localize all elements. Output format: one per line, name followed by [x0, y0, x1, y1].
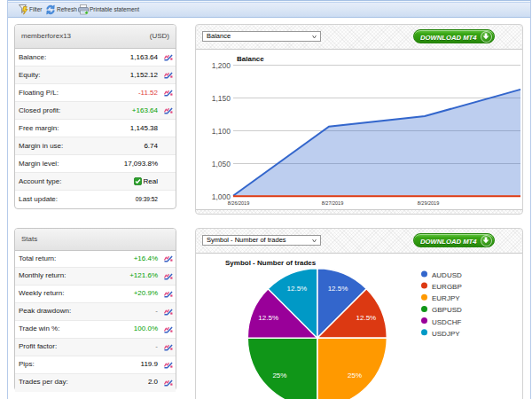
svg-text:8/27/2019: 8/27/2019: [322, 200, 343, 206]
svg-text:25%: 25%: [348, 372, 362, 379]
svg-text:1,100: 1,100: [212, 127, 231, 136]
svg-text:12.5%: 12.5%: [328, 285, 348, 293]
svg-text:Symbol - Number of trades: Symbol - Number of trades: [225, 259, 317, 267]
svg-text:1,150: 1,150: [212, 94, 231, 103]
svg-text:12.5%: 12.5%: [287, 285, 308, 293]
svg-text:1,200: 1,200: [212, 61, 231, 70]
svg-text:USDJPY: USDJPY: [432, 330, 460, 338]
svg-text:1,050: 1,050: [212, 160, 231, 168]
svg-text:12.5%: 12.5%: [356, 314, 377, 322]
svg-text:GBPUSD: GBPUSD: [432, 306, 462, 314]
svg-text:8/29/2019: 8/29/2019: [418, 200, 439, 206]
svg-text:25%: 25%: [272, 372, 286, 379]
svg-text:Balance: Balance: [237, 55, 264, 63]
svg-text:1,000: 1,000: [212, 192, 231, 201]
svg-text:USDCHF: USDCHF: [432, 318, 461, 326]
svg-text:8/26/2019: 8/26/2019: [228, 200, 249, 206]
svg-text:AUDUSD: AUDUSD: [432, 271, 462, 279]
svg-text:EURJPY: EURJPY: [432, 294, 460, 302]
svg-text:12.5%: 12.5%: [258, 314, 278, 322]
svg-text:EURGBP: EURGBP: [432, 283, 462, 291]
